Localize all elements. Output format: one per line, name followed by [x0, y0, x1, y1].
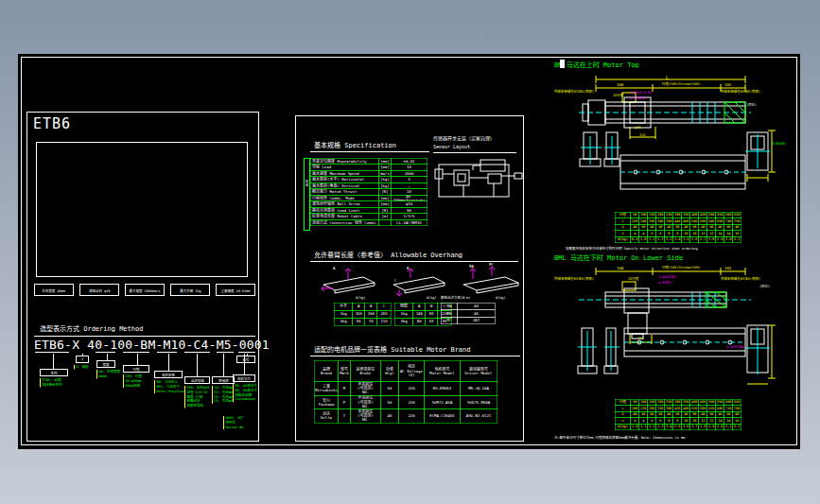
overhang-caption: W(kg) [427, 296, 437, 300]
overhang-mark: MC [489, 262, 494, 267]
table-cell: 电机型号 Motor Model [425, 360, 461, 382]
feature-box: 滚珠丝杆 φ10 [79, 284, 119, 296]
table-cell: 电压 AC Voltage (V) [398, 360, 425, 382]
table-cell: 不带刹车 (可选带) NO. [350, 395, 381, 409]
overhang-heading: 允许悬臂长度〈参考值〉 Allowable Overhang [314, 251, 462, 258]
table-cell: 3kg [334, 318, 353, 326]
table-cell: 驱动器型号 Driver Model [460, 360, 497, 382]
callout-box: X [76, 356, 89, 363]
motor-bottom-title: BML 马达在下时 Motor On Lower Side [554, 253, 683, 261]
dim-label-stroke: 行程+105(Stroke+105) [662, 82, 701, 86]
callout-box: 联轴器 [212, 376, 235, 384]
callout-note: 0001: 出厂 序列号 Serial No. [223, 416, 256, 429]
table-cell: 55 [426, 318, 439, 326]
feature-label: 本体宽度 40mm [43, 287, 66, 292]
overhang-mark: C [394, 278, 396, 283]
table-cell: M [339, 382, 351, 396]
table-cell: 品牌 Brand [314, 360, 339, 382]
sensor-heading-en: Sensor Layout [433, 144, 470, 149]
table-cell: MC [441, 317, 458, 324]
table-cell: ECMA-C10401 [425, 409, 461, 424]
motor-bottom-preface-note: 如需更改电机安装方向请在订购时注明 Specify motor directio… [566, 247, 698, 251]
dim-116-label: 116 [639, 133, 645, 137]
same-as-left-note: (同左) [746, 103, 757, 107]
product-image-box [36, 142, 248, 277]
dim-label-stroke: 行程+105(Stroke+105) [662, 266, 701, 269]
table-cell: 220 [398, 409, 425, 424]
table-cell: 三菱 Mitsubishi [314, 382, 339, 396]
sensor-diagram [435, 157, 524, 202]
table-cell: 115 [377, 318, 392, 326]
side-tap-note: N-M4深6 [772, 142, 785, 146]
same-as-left-note: (同左) [759, 285, 770, 288]
moment-table: MA40MB46MC287 [441, 303, 495, 324]
table-cell: W(kg) [615, 236, 631, 243]
table-cell: 不带刹车 (可选带) NO. [350, 409, 381, 424]
stroke-note: 25行程 [613, 94, 623, 97]
brand-heading: 适配的电机品牌一览表格 Suitable Motor Brand [314, 345, 471, 353]
motor-bottom-dim-table: 行程50100150200250300350400450500550600650… [615, 399, 741, 430]
feature-label: 滚珠丝杆 φ10 [89, 287, 110, 292]
ordering-heading: 选型表示方式 Ordering Method [40, 324, 143, 332]
moment-table-title: 静态允许力矩(N·m) [441, 296, 471, 300]
dim-label-a: 104 [617, 266, 623, 270]
table-cell: 2.2 [733, 424, 742, 430]
table-cell: 是否带刹车 Brake [350, 360, 381, 382]
overhang-figure [390, 265, 448, 297]
feature-box: 最大速度 2000mm/s [125, 284, 165, 296]
table-cell: 不带刹车 (可选带) NO. [350, 382, 381, 396]
spec-side-strip [304, 158, 310, 231]
callout-box: 系列 [40, 369, 68, 376]
dim-label-b: 101 [724, 266, 731, 270]
sheet-footnote: 注:图中未注尺寸单位为mm,行程两端各预留5mm缓冲余量。Note: Dimen… [554, 436, 687, 440]
dia-label: φ20 [635, 126, 640, 130]
tap-note-2: 4-M3深7 [658, 281, 672, 285]
motor-top-title: BM 马达在上时 Motor Top [554, 61, 639, 68]
callout-box: 电机法兰 [233, 374, 255, 382]
overhang-mark: MA [469, 264, 474, 269]
ordering-underline [34, 336, 255, 337]
table-cell: SGD7S-R90A [460, 395, 497, 409]
callout-box: 编号 [236, 356, 255, 363]
feature-label: 最大速度 2000mm/s [130, 287, 161, 292]
feature-box: 重复精度 ±0.01mm [216, 284, 255, 296]
thread-note-left: 外部安装螺孔M3深6(两侧) [554, 90, 594, 94]
feature-box: 本体宽度 40mm [34, 284, 74, 296]
cad-canvas: { "colors": {"bg_top":"#8694a8","bg_bott… [0, 0, 820, 504]
table-cell: 70 [365, 318, 378, 326]
overhang-figure [320, 265, 378, 297]
table-cell: 220 [398, 395, 425, 409]
motor-top-dim-table: 行程50100150200250300350400450500550600650… [615, 212, 741, 243]
thread-note-right: 外部安装螺孔M3深6(两侧) [721, 90, 760, 94]
dim-label-overall: L [666, 75, 669, 80]
overhang-mark: A [333, 266, 335, 270]
table-cell: P [339, 395, 351, 409]
table-cell: 功率 W(g) [381, 360, 399, 382]
model-code: ETB6-X 40-100-BM-M10-C4-M5-0001 [34, 339, 270, 353]
table-cell: 80 [413, 318, 427, 326]
table-cell: 型号 Mark [339, 360, 351, 382]
overhang-caption: W(kg) [356, 296, 366, 300]
callout-box: 丝杆规格 [184, 376, 210, 384]
feature-box: 最大负载 3kg [170, 284, 210, 296]
table-cell: 220 [398, 382, 425, 396]
table-cell: 95 [353, 318, 366, 326]
table-cell: 50 [381, 382, 399, 396]
dim-label-b: 101 [724, 82, 731, 87]
table-cell: MR-J4-10A [460, 382, 497, 396]
feature-label: 重复精度 ±0.01mm [221, 287, 251, 292]
motor-top-drawing [552, 74, 800, 212]
stroke-note: 25行程 [628, 277, 638, 281]
callout-box: 行程 [123, 365, 149, 373]
table-cell [379, 219, 392, 226]
side-tap-note: 2-φ3H7深4 [726, 345, 743, 349]
callout-box: 宽度 [96, 360, 115, 368]
callout-note: 100: 行程 50~400mm 50mm间隔 [123, 374, 156, 388]
sensor-heading-cn: 传感器开关安装〈买家自理〉 [433, 135, 495, 141]
callout-note: M5: 40角法兰 M6: 60角法兰 适配各品牌 Customized [233, 384, 266, 402]
table-cell: SGM7J-A5A [425, 395, 461, 409]
product-title: ETB6 [33, 116, 71, 132]
thread-note-right: 外部安装螺孔M3深6(两侧) [721, 277, 760, 281]
callout-note: ETB6: 40宽 电动滑台系列 [40, 378, 73, 387]
table-cell: 50 [381, 395, 399, 409]
